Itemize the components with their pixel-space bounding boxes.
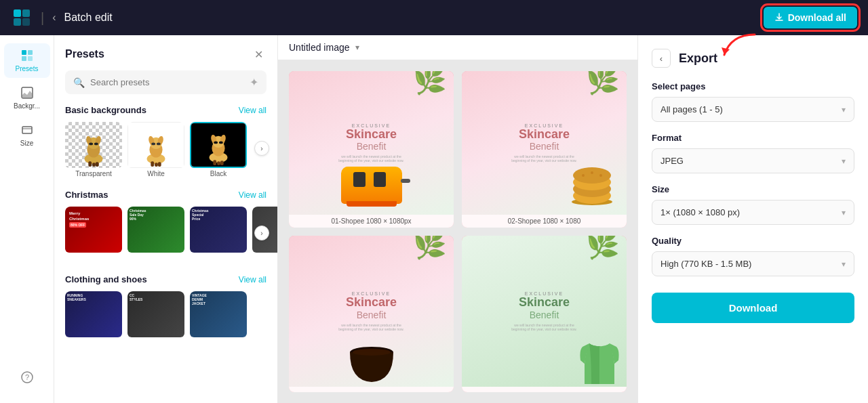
canvas-item-02: 🌿 EXCLUSIVE Skincare Benefit we will lau… (462, 71, 627, 228)
svg-point-20 (94, 142, 98, 145)
preset-styles[interactable]: CCSTYLES (127, 291, 184, 348)
skincare-title-2: Skincare (511, 128, 578, 142)
presets-header: Presets ✕ (54, 35, 277, 70)
sidebar-item-size[interactable]: Size (4, 118, 50, 152)
presets-close-button[interactable]: ✕ (250, 46, 267, 62)
format-value: JPEG (660, 156, 842, 166)
canvas-toolbar: Untitled image ▾ (278, 35, 637, 60)
svg-rect-41 (213, 160, 216, 165)
canvas-content-01: 🌿 EXCLUSIVE Skincare Benefit we will lau… (289, 71, 454, 215)
size-section: Size 1× (1080 × 1080 px) ▾ (652, 184, 854, 236)
canvas-title: Untitled image (289, 42, 350, 53)
search-input[interactable] (90, 77, 244, 87)
leaf-decoration: 🌿 (413, 71, 447, 96)
quality-dropdown[interactable]: High (770 KB - 1.5 MB) ▾ (652, 251, 854, 276)
format-section: Format JPEG ▾ (652, 133, 854, 184)
leaf-decoration-3: 🌿 (413, 236, 447, 261)
select-pages-dropdown[interactable]: All pages (1 - 5) ▾ (652, 97, 854, 122)
sidebar-item-presets[interactable]: Presets (4, 43, 50, 78)
svg-point-30 (157, 142, 161, 145)
leaf-decoration-2: 🌿 (586, 71, 620, 96)
presets-icon (20, 49, 34, 62)
skincare-desc-1: we will launch the newest product at the… (338, 154, 406, 163)
svg-rect-1 (22, 9, 30, 17)
app-logo (11, 7, 33, 28)
skincare-desc-4: we will launch the newest product at the… (511, 323, 578, 331)
presets-content: Basic backgrounds View all (54, 105, 277, 403)
canvas-area: Untitled image ▾ 🌿 EXCLUSIVE Skincare Be… (278, 35, 637, 403)
skincare-title-1: Skincare (338, 128, 406, 142)
svg-rect-43 (220, 161, 224, 165)
canvas-grid: 🌿 EXCLUSIVE Skincare Benefit we will lau… (278, 60, 637, 403)
export-back-button[interactable]: ‹ (652, 49, 671, 68)
svg-point-50 (591, 171, 593, 174)
export-panel: ‹ Export Select pages All pages (1 - 5) … (637, 35, 868, 403)
back-button[interactable]: ‹ (52, 12, 56, 24)
preset-running[interactable]: RUNNINGSNEAKERS (65, 291, 122, 348)
skincare-title-3: Skincare (338, 296, 406, 310)
canvas-title-dropdown[interactable]: ▾ (355, 43, 359, 52)
canvas-label-02: 02-Shopee 1080 × 1080 (462, 215, 627, 228)
skincare-benefit-2: Benefit (511, 141, 578, 152)
canvas-item-04: 🌿 EXCLUSIVE Skincare Benefit we will lau… (462, 236, 627, 392)
clothing-header: Clothing and shoes View all (65, 274, 267, 284)
search-icon: 🔍 (73, 77, 85, 88)
download-all-button[interactable]: Download all (764, 7, 857, 28)
preset-denim[interactable]: VINTAGEDENIMJACKET (190, 291, 247, 348)
svg-point-39 (214, 141, 218, 144)
svg-point-48 (573, 167, 611, 184)
size-dropdown[interactable]: 1× (1080 × 1080 px) ▾ (652, 200, 854, 225)
canvas-label-04 (462, 387, 627, 392)
download-label: Download (729, 302, 778, 314)
basic-backgrounds-view-all[interactable]: View all (239, 106, 267, 115)
christmas-header: Christmas View all (65, 190, 267, 200)
svg-rect-22 (92, 163, 96, 167)
sidebar-icons: Presets Backgr... Size ? (0, 35, 54, 403)
export-back-icon: ‹ (660, 54, 663, 64)
canvas-content-02: 🌿 EXCLUSIVE Skincare Benefit we will lau… (462, 71, 627, 215)
christmas-title: Christmas (65, 190, 108, 200)
skincare-title-4: Skincare (511, 296, 578, 310)
basic-backgrounds-title: Basic backgrounds (65, 105, 146, 115)
size-arrow-icon: ▾ (842, 208, 846, 217)
preset-black[interactable]: Black (190, 122, 247, 179)
search-bar: 🔍 ✦ (65, 70, 267, 94)
leaf-decoration-4: 🌿 (586, 236, 620, 261)
preset-christmas-3[interactable]: ChristmasSpecialPrice (190, 207, 247, 263)
preset-transparent[interactable]: Transparent (65, 122, 122, 179)
preset-christmas-2[interactable]: ChristmasSale Day90% (127, 207, 184, 263)
background-label: Backgr... (14, 102, 40, 110)
svg-point-54 (353, 349, 391, 356)
biscuit-svg (568, 165, 616, 205)
canvas-item-01: 🌿 EXCLUSIVE Skincare Benefit we will lau… (289, 71, 454, 228)
canvas-content-04: 🌿 EXCLUSIVE Skincare Benefit we will lau… (462, 236, 627, 387)
select-pages-section: Select pages All pages (1 - 5) ▾ (652, 81, 854, 133)
sidebar-item-background[interactable]: Backgr... (4, 81, 50, 115)
christmas-view-all[interactable]: View all (239, 190, 267, 200)
svg-rect-2 (14, 18, 21, 26)
skincare-benefit-4: Benefit (511, 310, 578, 320)
clothing-title: Clothing and shoes (65, 274, 147, 284)
help-button[interactable]: ? (4, 365, 50, 389)
background-icon (20, 86, 34, 100)
quality-value: High (770 KB - 1.5 MB) (660, 259, 842, 269)
format-dropdown[interactable]: JPEG ▾ (652, 148, 854, 173)
svg-rect-7 (22, 56, 26, 61)
svg-rect-23 (96, 162, 99, 167)
magic-icon[interactable]: ✦ (250, 76, 258, 89)
canvas-label-01: 01-Shopee 1080 × 1080px (289, 215, 454, 228)
download-button[interactable]: Download (652, 293, 854, 323)
dog-figure-white (139, 134, 173, 167)
quality-label: Quality (652, 236, 854, 246)
size-label: Size (20, 140, 33, 147)
preset-christmas-1[interactable]: MerryChristmas80% OFF (65, 207, 122, 263)
question-icon: ? (20, 370, 34, 384)
size-icon (20, 123, 34, 137)
christmas-scroll-btn[interactable]: › (254, 226, 269, 240)
preset-white[interactable]: White (127, 122, 184, 179)
svg-rect-21 (88, 161, 92, 167)
jacket-svg (579, 337, 620, 384)
basic-backgrounds-scroll-btn[interactable]: › (254, 141, 269, 156)
clothing-view-all[interactable]: View all (239, 275, 267, 284)
download-icon (774, 13, 784, 22)
